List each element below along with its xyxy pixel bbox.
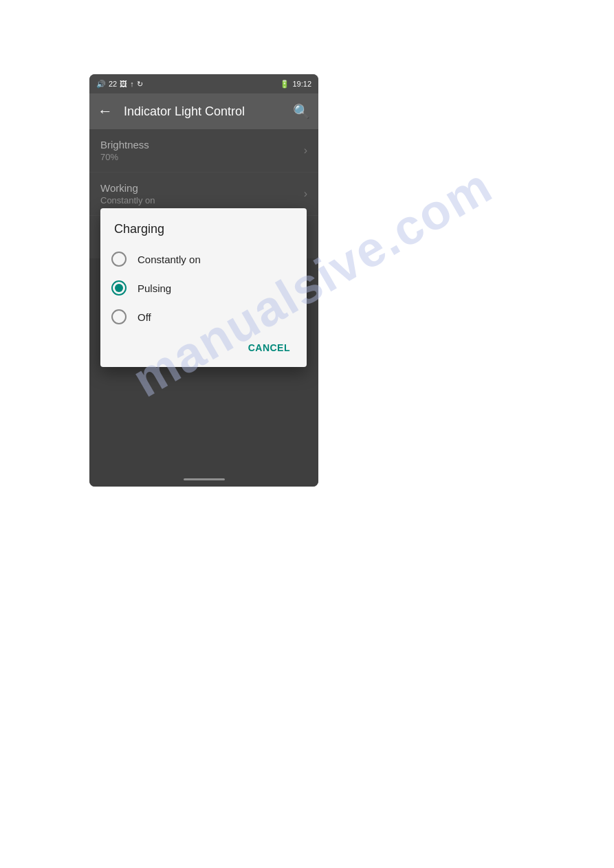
page-wrapper: manualsive.com 🔊 22 🖼 ↑ ↻ 🔋 19:12 ← Indi… (0, 0, 614, 868)
sync-icon: ↻ (137, 80, 143, 89)
upload-icon: ↑ (130, 80, 134, 88)
dialog-title: Charging (100, 208, 307, 245)
cancel-button[interactable]: CANCEL (240, 337, 298, 359)
status-bar-left: 🔊 22 🖼 ↑ ↻ (96, 80, 143, 89)
option-off-label: Off (138, 311, 151, 323)
phone-frame: 🔊 22 🖼 ↑ ↻ 🔋 19:12 ← Indicator Light Con… (89, 74, 318, 487)
status-bar: 🔊 22 🖼 ↑ ↻ 🔋 19:12 (89, 74, 318, 93)
option-pulsing-label: Pulsing (138, 282, 171, 294)
radio-off[interactable] (111, 309, 127, 324)
volume-level: 22 (109, 80, 117, 88)
dialog-option-pulsing[interactable]: Pulsing (100, 274, 307, 302)
toolbar: ← Indicator Light Control 🔍 (89, 93, 318, 129)
option-constantly-on-label: Constantly on (138, 254, 201, 265)
page-title: Indicator Light Control (124, 104, 282, 119)
status-time: 19:12 (292, 80, 311, 88)
back-button[interactable]: ← (98, 102, 113, 120)
charging-dialog: Charging Constantly on Pulsing Off CANCE… (100, 208, 307, 367)
image-icon: 🖼 (120, 80, 127, 88)
battery-icon: 🔋 (280, 80, 289, 89)
radio-constantly-on[interactable] (111, 252, 127, 267)
dialog-actions: CANCEL (100, 331, 307, 361)
search-icon[interactable]: 🔍 (293, 103, 310, 120)
radio-pulsing[interactable] (111, 280, 127, 296)
dialog-option-off[interactable]: Off (100, 302, 307, 331)
dialog-option-constantly-on[interactable]: Constantly on (100, 245, 307, 274)
status-bar-right: 🔋 19:12 (280, 80, 311, 89)
volume-icon: 🔊 (96, 80, 106, 89)
